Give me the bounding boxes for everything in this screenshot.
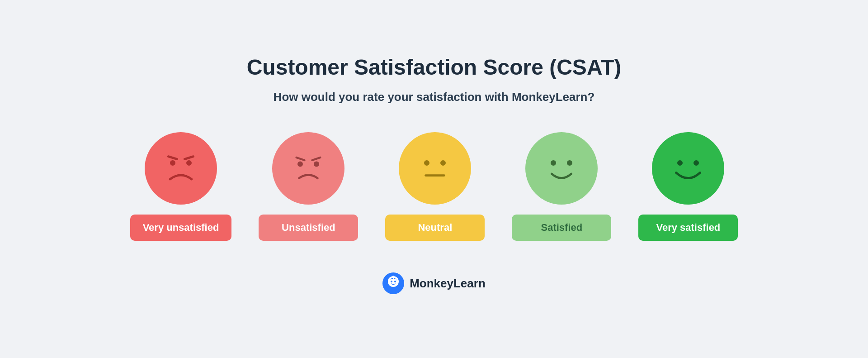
label-btn-very-satisfied[interactable]: Very satisfied — [638, 215, 738, 241]
face-circle-neutral[interactable] — [399, 132, 471, 205]
left-eye — [677, 160, 683, 166]
left-eye — [170, 160, 175, 166]
mouth — [299, 175, 318, 178]
monkeylearn-logo-icon — [382, 272, 404, 294]
right-eye — [567, 160, 572, 166]
label-btn-unsatisfied[interactable]: Unsatisfied — [259, 215, 358, 241]
mouth — [552, 174, 571, 178]
face-circle-unsatisfied[interactable] — [272, 132, 344, 205]
face-item-satisfied: Satisfied — [512, 132, 611, 241]
faces-row: Very unsatisfied Unsatisfied — [130, 132, 738, 241]
face-item-unsatisfied: Unsatisfied — [259, 132, 358, 241]
right-brow — [184, 157, 193, 159]
unsatisfied-face-svg — [281, 141, 335, 196]
face-item-very-satisfied: Very satisfied — [638, 132, 738, 241]
mouth — [170, 175, 192, 179]
left-eye — [424, 160, 429, 166]
svg-point-5 — [394, 281, 396, 282]
page-subtitle: How would you rate your satisfaction wit… — [274, 89, 595, 105]
left-brow — [168, 157, 177, 159]
very-satisfied-face-svg — [661, 141, 715, 196]
mouth — [676, 173, 700, 178]
face-circle-very-satisfied[interactable] — [652, 132, 724, 205]
label-btn-very-unsatisfied[interactable]: Very unsatisfied — [130, 215, 232, 241]
right-eye — [440, 160, 446, 166]
svg-point-7 — [392, 276, 394, 277]
face-circle-very-unsatisfied[interactable] — [145, 132, 217, 205]
face-item-neutral: Neutral — [385, 132, 485, 241]
neutral-face-svg — [408, 141, 462, 196]
face-item-very-unsatisfied: Very unsatisfied — [130, 132, 232, 241]
satisfied-face-svg — [534, 141, 589, 196]
right-eye — [314, 162, 319, 167]
right-eye — [186, 160, 192, 166]
right-brow — [312, 158, 321, 160]
left-eye — [297, 162, 303, 167]
left-eye — [551, 160, 556, 166]
right-eye — [693, 160, 699, 166]
left-brow — [297, 158, 305, 160]
page-container: Customer Satisfaction Score (CSAT) How w… — [0, 0, 868, 358]
face-circle-satisfied[interactable] — [525, 132, 598, 205]
label-btn-satisfied[interactable]: Satisfied — [512, 215, 611, 241]
logo-text: MonkeyLearn — [410, 277, 486, 291]
page-title: Customer Satisfaction Score (CSAT) — [247, 55, 622, 80]
very-unsatisfied-face-svg — [154, 141, 208, 196]
logo-area: MonkeyLearn — [382, 272, 486, 294]
label-btn-neutral[interactable]: Neutral — [385, 215, 485, 241]
svg-point-4 — [391, 281, 392, 282]
